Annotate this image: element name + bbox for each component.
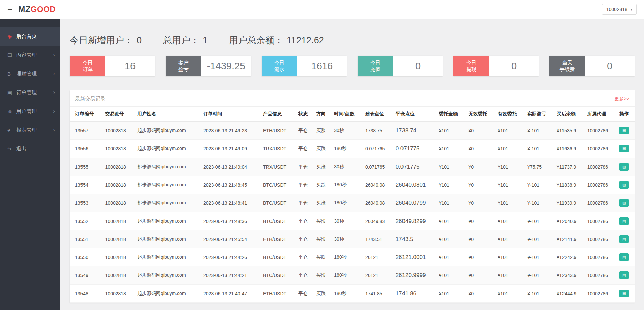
cell-profit: ¥-101 (525, 140, 554, 158)
cell-agent: 10002786 (585, 248, 617, 266)
stats-summary: 今日新增用户：0总用户：1用户总余额：11212.62 (70, 34, 635, 46)
sidebar-item-label: 后台首页 (16, 33, 37, 40)
cell-close_price: 1743.5 (393, 230, 436, 248)
sidebar-item-content[interactable]: ▤内容管理› (0, 46, 60, 64)
stat-card-label: 客户盈亏 (166, 56, 201, 76)
cell-agent: 10002786 (585, 230, 617, 248)
stat-card-customer-pl: 客户盈亏-1439.25 (166, 56, 251, 76)
summary-total-users: 总用户：1 (163, 34, 208, 46)
cell-entrust: ¥101 (436, 122, 466, 140)
cell-status: 平仓 (296, 230, 314, 248)
column-header: 委托金额 (436, 107, 466, 122)
cell-close_price: 26121.0001 (393, 248, 436, 266)
cell-valid: ¥101 (495, 158, 525, 176)
sidebar-item-logout[interactable]: ↪退出 (0, 139, 60, 158)
cell-agent: 10002786 (585, 285, 617, 303)
sidebar-item-report[interactable]: ¥报表管理› (0, 121, 60, 139)
row-detail-button[interactable]: ▤ (619, 290, 629, 297)
row-detail-button[interactable]: ▤ (619, 217, 629, 225)
account-value: 10002818 (606, 7, 627, 12)
sidebar: ◉后台首页▤内容管理›Ƀ理财管理›▣订单管理›☻用户管理›¥报表管理›↪退出 (0, 19, 60, 310)
stat-card-today-fee: 当天手续费0 (549, 56, 635, 76)
sidebar-item-home[interactable]: ◉后台首页 (0, 27, 60, 46)
cell-invalid: ¥0 (466, 140, 495, 158)
cell-entrust: ¥101 (436, 266, 466, 285)
cell-valid: ¥101 (495, 194, 525, 212)
sidebar-item-label: 订单管理 (16, 89, 37, 96)
table-row: 1354910002818起步源码网qibuym.com2023-06-13 2… (70, 266, 635, 285)
cell-balance: ¥11737.9 (554, 158, 585, 176)
sidebar-item-label: 内容管理 (16, 52, 37, 58)
cell-entrust: ¥101 (436, 212, 466, 230)
cell-open_price: 26049.83 (363, 212, 393, 230)
cell-time: 2023-06-13 21:48:36 (201, 212, 260, 230)
user-icon: ☻ (7, 109, 16, 114)
row-detail-button[interactable]: ▤ (619, 181, 629, 189)
sidebar-item-label: 用户管理 (16, 108, 37, 115)
cell-entrust: ¥101 (436, 285, 466, 303)
chevron-right-icon: › (53, 108, 55, 115)
row-detail-button[interactable]: ▤ (619, 127, 629, 134)
cell-profit: ¥-101 (525, 230, 554, 248)
more-link[interactable]: 更多>> (614, 96, 629, 102)
menu-toggle-icon[interactable]: ≡ (7, 5, 12, 14)
column-header: 时间/点数 (331, 107, 363, 122)
summary-value: 11212.62 (287, 35, 324, 45)
cell-duration: 30秒 (331, 158, 363, 176)
cell-direction: 买跌 (314, 248, 332, 266)
cell-direction: 买涨 (314, 212, 332, 230)
stat-card-label-line: 今日 (274, 59, 284, 66)
row-detail-button[interactable]: ▤ (619, 199, 629, 207)
cell-direction: 买跌 (314, 176, 332, 194)
column-header: 建仓点位 (363, 107, 393, 122)
cell-entrust: ¥101 (436, 194, 466, 212)
column-header: 方向 (314, 107, 332, 122)
cell-direction: 买涨 (314, 158, 332, 176)
chevron-down-icon: ▾ (631, 8, 632, 11)
cell-account: 10002818 (103, 230, 135, 248)
sidebar-item-user[interactable]: ☻用户管理› (0, 102, 60, 121)
cell-username: 起步源码网qibuym.com (135, 176, 201, 194)
cell-status: 平仓 (296, 176, 314, 194)
cell-valid: ¥101 (495, 230, 525, 248)
cell-duration: 180秒 (331, 176, 363, 194)
cell-agent: 10002786 (585, 194, 617, 212)
sidebar-item-order[interactable]: ▣订单管理› (0, 83, 60, 102)
cell-product: BTC/USDT (260, 266, 296, 285)
stat-card-label-line: 当天 (562, 59, 572, 66)
row-detail-button[interactable]: ▤ (619, 253, 629, 261)
order-icon: ▣ (7, 89, 16, 96)
trades-table: 订单编号交易账号用户姓名订单时间产品信息状态方向时间/点数建仓点位平仓点位委托金… (70, 106, 635, 303)
chevron-right-icon: › (53, 127, 55, 133)
sidebar-item-finance[interactable]: Ƀ理财管理› (0, 64, 60, 83)
cell-profit: ¥-101 (525, 212, 554, 230)
dashboard-icon: ◉ (7, 33, 16, 39)
cell-valid: ¥101 (495, 212, 525, 230)
table-row: 1355610002818起步源码网qibuym.com2023-06-13 2… (70, 140, 635, 158)
table-header-row: 订单编号交易账号用户姓名订单时间产品信息状态方向时间/点数建仓点位平仓点位委托金… (70, 107, 635, 122)
cell-operation: ▤ (616, 212, 635, 230)
row-detail-button[interactable]: ▤ (619, 235, 629, 243)
table-row: 1354810002818起步源码网qibuym.com2023-06-13 2… (70, 285, 635, 303)
cell-entrust: ¥101 (436, 140, 466, 158)
cell-operation: ▤ (616, 158, 635, 176)
cell-valid: ¥101 (495, 122, 525, 140)
cell-order_id: 13554 (70, 176, 103, 194)
row-detail-button[interactable]: ▤ (619, 271, 629, 279)
cell-entrust: ¥101 (436, 176, 466, 194)
sidebar-item-label: 退出 (16, 146, 26, 152)
account-dropdown[interactable]: 10002818 ▾ (602, 4, 637, 15)
cell-profit: ¥75.75 (525, 158, 554, 176)
cell-invalid: ¥0 (466, 194, 495, 212)
column-header: 实际盈亏 (525, 107, 554, 122)
cell-username: 起步源码网qibuym.com (135, 248, 201, 266)
cell-time: 2023-06-13 21:48:41 (201, 194, 260, 212)
row-detail-button[interactable]: ▤ (619, 163, 629, 171)
cell-product: TRX/USDT (260, 158, 296, 176)
cell-open_price: 1743.51 (363, 230, 393, 248)
row-detail-button[interactable]: ▤ (619, 145, 629, 152)
cell-time: 2023-06-13 21:44:26 (201, 248, 260, 266)
summary-label: 用户总余额： (229, 35, 283, 45)
cell-close_price: 0.071775 (393, 140, 436, 158)
cell-direction: 买跌 (314, 140, 332, 158)
